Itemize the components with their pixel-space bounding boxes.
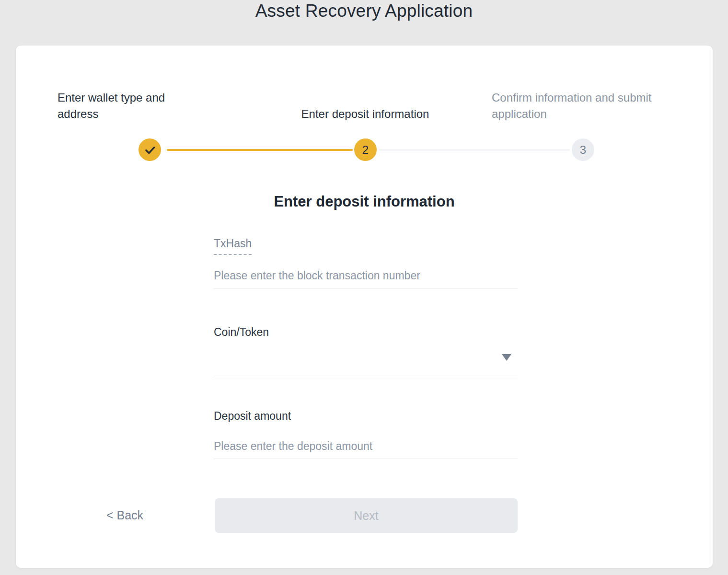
- form-heading: Enter deposit information: [16, 193, 713, 210]
- stepper-step3-number: 3: [580, 143, 586, 157]
- back-link[interactable]: < Back: [106, 508, 143, 522]
- stepper-label-wallet: Enter wallet type and address: [58, 90, 206, 122]
- coin-token-select[interactable]: [214, 343, 518, 376]
- stepper-step1-completed: [139, 138, 161, 161]
- caret-down-icon: [502, 354, 511, 361]
- deposit-amount-label: Deposit amount: [214, 410, 291, 423]
- stepper-connector-completed: [167, 149, 353, 151]
- stepper-step2-number: 2: [362, 143, 369, 157]
- page-title: Asset Recovery Application: [0, 1, 728, 21]
- next-button[interactable]: Next: [215, 498, 518, 533]
- deposit-amount-input[interactable]: [214, 434, 518, 459]
- txhash-label-tooltip[interactable]: TxHash: [214, 237, 252, 255]
- stepper-connector-upcoming: [379, 150, 570, 150]
- check-icon: [144, 144, 156, 156]
- application-card: Enter wallet type and address Enter depo…: [16, 46, 713, 568]
- stepper-step2-active: 2: [354, 138, 377, 161]
- txhash-input[interactable]: [214, 264, 518, 288]
- stepper-label-confirm: Confirm information and submit applicati…: [492, 90, 657, 122]
- stepper-step3-upcoming: 3: [572, 138, 594, 161]
- coin-token-label: Coin/Token: [214, 326, 269, 339]
- stepper-label-deposit: Enter deposit information: [221, 106, 509, 122]
